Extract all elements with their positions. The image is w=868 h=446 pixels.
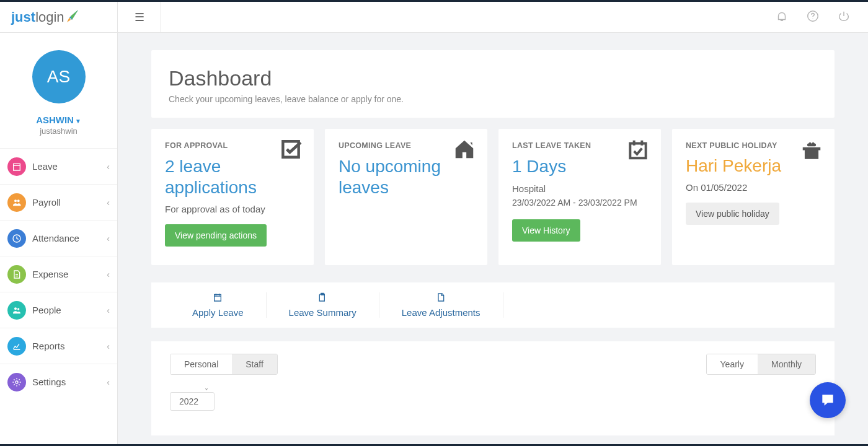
- nav-label: People: [32, 305, 61, 315]
- sidebar-item-leave[interactable]: Leave‹: [0, 148, 117, 184]
- card-holiday-date: On 01/05/2022: [686, 182, 821, 193]
- document-icon: [402, 292, 480, 305]
- nav-icon: [7, 265, 26, 284]
- nav-label: Expense: [32, 269, 68, 279]
- avatar: AS: [32, 50, 86, 103]
- action-apply-leave[interactable]: Apply Leave: [170, 292, 267, 318]
- nav-label: Leave: [32, 161, 58, 172]
- nav-icon: [7, 337, 26, 356]
- action-leave-adjustments[interactable]: Leave Adjustments: [379, 292, 503, 318]
- nav-label: Reports: [32, 341, 65, 351]
- view-public-holiday-button[interactable]: View public holiday: [686, 203, 779, 225]
- gift-icon: [800, 138, 823, 164]
- logo-part2: login: [35, 9, 64, 25]
- nav-label: Payroll: [32, 197, 61, 208]
- card-for-approval: FOR APPROVAL 2 leave applications For ap…: [151, 129, 314, 265]
- page-subtitle: Check your upcoming leaves, leave balanc…: [169, 94, 817, 104]
- card-upcoming-leave: UPCOMING LEAVE No upcoming leaves: [325, 129, 487, 265]
- calendar-icon: [192, 292, 244, 305]
- scope-segment: Personal Staff: [170, 354, 278, 375]
- brand-logo[interactable]: justlogin: [0, 2, 118, 33]
- nav-label: Settings: [32, 377, 66, 387]
- card-subtext: For approval as of today: [165, 204, 300, 214]
- period-yearly-button[interactable]: Yearly: [707, 354, 758, 374]
- help-icon: [806, 9, 820, 23]
- sidebar-item-attendance[interactable]: Attendance‹: [0, 220, 117, 256]
- chevron-left-icon: ‹: [107, 305, 110, 315]
- chat-button[interactable]: [810, 382, 846, 418]
- period-segment: Yearly Monthly: [706, 354, 816, 375]
- sidebar-toggle[interactable]: ☰: [118, 2, 161, 32]
- svg-point-6: [16, 381, 18, 383]
- bell-icon: [775, 9, 789, 23]
- sidebar-item-settings[interactable]: Settings‹: [0, 364, 117, 400]
- svg-point-1: [14, 199, 17, 202]
- action-leave-summary[interactable]: Leave Summary: [267, 292, 379, 318]
- user-profile[interactable]: AS ASHWIN▼ justashwin: [0, 33, 117, 148]
- user-handle: justashwin: [0, 126, 117, 136]
- chevron-down-icon: ▼: [75, 118, 81, 125]
- card-last-leave: LAST LEAVE TAKEN 1 Days Hospital 23/03/2…: [498, 129, 661, 265]
- chevron-left-icon: ‹: [107, 269, 110, 279]
- card-leave-type: Hospital: [512, 183, 647, 194]
- nav-label: Attendance: [32, 233, 79, 243]
- filter-bar: Personal Staff 2022 Yearly Monthly: [151, 341, 835, 435]
- nav-icon: [7, 373, 26, 391]
- page-title: Dashboard: [169, 66, 817, 90]
- view-history-button[interactable]: View History: [512, 219, 580, 242]
- power-icon: [837, 9, 851, 23]
- sidebar-item-payroll[interactable]: Payroll‹: [0, 184, 117, 220]
- dashboard-header: Dashboard Check your upcoming leaves, le…: [151, 50, 835, 118]
- chat-icon: [820, 392, 836, 408]
- notifications-button[interactable]: [775, 9, 789, 25]
- chevron-left-icon: ‹: [107, 341, 110, 351]
- user-name: ASHWIN▼: [0, 115, 117, 125]
- chevron-left-icon: ‹: [107, 377, 110, 387]
- scope-personal-button[interactable]: Personal: [170, 354, 232, 374]
- view-pending-actions-button[interactable]: View pending actions: [165, 224, 267, 247]
- nav-icon: [7, 157, 26, 176]
- home-icon: [453, 138, 476, 164]
- clipboard-icon: [289, 292, 356, 305]
- svg-point-5: [17, 308, 19, 310]
- svg-point-4: [14, 307, 17, 310]
- scope-staff-button[interactable]: Staff: [232, 354, 277, 374]
- help-button[interactable]: [806, 9, 820, 25]
- nav-icon: [7, 301, 26, 320]
- nav-icon: [7, 229, 26, 248]
- sidebar-item-people[interactable]: People‹: [0, 292, 117, 328]
- rocket-icon: [66, 9, 81, 26]
- nav-icon: [7, 193, 26, 212]
- chevron-left-icon: ‹: [107, 162, 110, 172]
- svg-point-2: [17, 199, 20, 202]
- year-select[interactable]: 2022: [170, 392, 215, 411]
- sidebar-item-expense[interactable]: Expense‹: [0, 256, 117, 292]
- logo-part1: just: [11, 9, 35, 25]
- sidebar-item-reports[interactable]: Reports‹: [0, 328, 117, 364]
- chevron-left-icon: ‹: [107, 234, 110, 243]
- period-monthly-button[interactable]: Monthly: [758, 354, 815, 374]
- chevron-left-icon: ‹: [107, 198, 110, 208]
- action-bar: Apply Leave Leave Summary Leave Adjustme…: [151, 282, 835, 328]
- power-button[interactable]: [837, 9, 851, 25]
- calendar-check-icon: [626, 138, 650, 164]
- card-next-holiday: NEXT PUBLIC HOLIDAY Hari Pekerja On 01/0…: [672, 129, 835, 265]
- menu-icon: ☰: [135, 11, 144, 24]
- card-date-range: 23/03/2022 AM - 23/03/2022 PM: [512, 196, 647, 209]
- checkbox-icon: [279, 138, 303, 164]
